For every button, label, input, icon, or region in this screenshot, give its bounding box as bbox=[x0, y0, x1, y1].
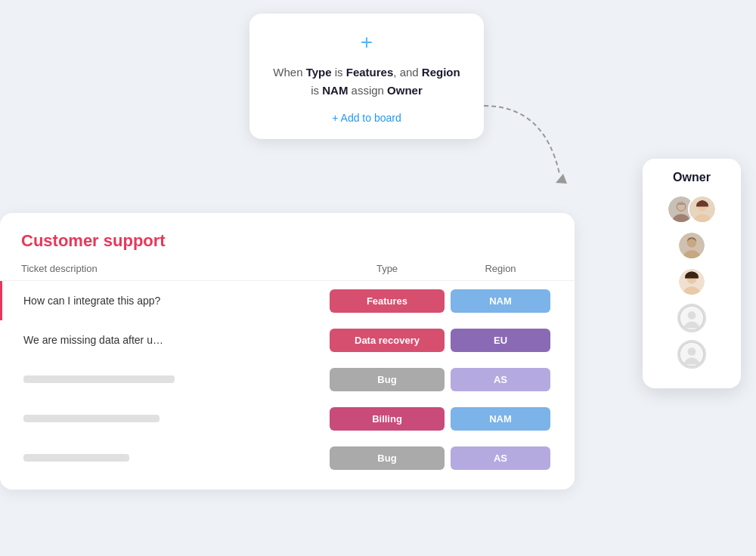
avatar-male-2 bbox=[677, 231, 706, 260]
owner-item-2 bbox=[643, 231, 741, 260]
svg-point-11 bbox=[688, 311, 696, 320]
svg-marker-0 bbox=[556, 174, 567, 184]
owner-item-1 bbox=[643, 195, 741, 224]
section-title: Customer support bbox=[0, 231, 575, 251]
owner-item-4 bbox=[643, 304, 741, 332]
col-type: Type bbox=[327, 263, 448, 274]
add-to-board-link[interactable]: + Add to board bbox=[271, 112, 463, 124]
avatar-placeholder-2 bbox=[677, 340, 706, 369]
table-row: Billing NAM bbox=[0, 399, 575, 438]
region-badge-as-2: AS bbox=[451, 446, 550, 470]
owner-item-3 bbox=[643, 267, 741, 296]
avatar-placeholder-1 bbox=[677, 304, 706, 332]
type-badge-billing: Billing bbox=[330, 407, 445, 431]
region-badge-nam-1: NAM bbox=[451, 289, 550, 313]
region-badge-as-1: AS bbox=[451, 368, 550, 391]
scene: + When Type is Features, and Region is N… bbox=[0, 0, 756, 556]
table-row: Bug AS bbox=[0, 438, 575, 477]
table-row: Bug AS bbox=[0, 360, 575, 399]
row-placeholder-5 bbox=[23, 454, 129, 462]
type-badge-features: Features bbox=[330, 289, 445, 313]
table-row: We are missing data after upgra... Data … bbox=[0, 320, 575, 360]
owner-panel-title: Owner bbox=[643, 171, 741, 184]
row-description-2: We are missing data after upgra... bbox=[23, 323, 175, 357]
type-badge-bug-1: Bug bbox=[330, 368, 445, 391]
svg-point-13 bbox=[688, 348, 696, 356]
table-header: Ticket description Type Region bbox=[0, 263, 575, 281]
owner-item-5 bbox=[643, 340, 741, 369]
rule-text: When Type is Features, and Region is NAM… bbox=[271, 63, 463, 100]
avatar-female-1 bbox=[688, 195, 717, 224]
region-badge-nam-2: NAM bbox=[451, 407, 550, 431]
region-badge-eu: EU bbox=[451, 329, 550, 352]
type-badge-data-recovery: Data recovery bbox=[330, 329, 445, 352]
col-ticket-description: Ticket description bbox=[21, 263, 327, 274]
type-badge-bug-2: Bug bbox=[330, 446, 445, 470]
plus-icon: + bbox=[271, 32, 463, 53]
row-description-1: How can I integrate this app? bbox=[23, 284, 327, 317]
avatar-group-1 bbox=[667, 195, 717, 224]
arrow-svg bbox=[476, 98, 582, 196]
row-placeholder-4 bbox=[23, 415, 160, 422]
rule-card: + When Type is Features, and Region is N… bbox=[249, 14, 484, 139]
avatar-female-2 bbox=[677, 267, 706, 296]
row-placeholder-3 bbox=[23, 375, 175, 383]
table-row: How can I integrate this app? Features N… bbox=[0, 281, 575, 320]
owner-panel: Owner bbox=[643, 159, 741, 388]
col-region: Region bbox=[448, 263, 553, 274]
table-card: Customer support Ticket description Type… bbox=[0, 213, 575, 490]
